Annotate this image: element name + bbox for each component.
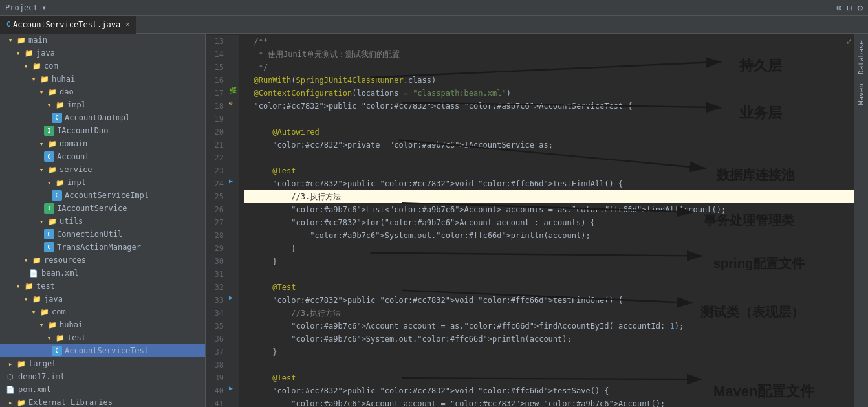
line-number-14: 14 [206,48,224,61]
tree-item-external-libraries[interactable]: ▸📁External Libraries [0,396,205,407]
tree-item-demo17.iml[interactable]: ⬡demo17.iml [0,370,205,383]
folder-icon: ▾ [5,35,16,45]
tree-item-impl[interactable]: ▾📁impl [0,98,205,111]
tree-label: IAccountDao [57,126,108,135]
tree-item-main[interactable]: ▾📁main [0,34,205,47]
gutter-27 [229,216,239,229]
code-lines[interactable]: /** * 使用Junit单元测试：测试我们的配置 */ @RunWith(Sp… [239,35,854,407]
code-line-32: @Test [244,281,854,294]
line-number-29: 29 [206,242,224,255]
line-number-18: 18 [206,100,224,113]
gutter-24: ▶ [229,177,239,190]
folder-icon: ▾ [21,255,31,265]
code-line-25: //3.执行方法 [244,190,854,203]
gutter-19 [229,113,239,126]
tree-item-domain[interactable]: ▾📁domain [0,137,205,150]
sidebar-maven-label[interactable]: Maven [855,80,867,109]
code-line-27: "color:#cc7832">for("color:#a9b7c6">Acco… [244,216,854,229]
tree-item-accountserviceimpl[interactable]: CAccountServiceImpl [0,189,205,202]
right-sidebar: Database Maven [854,34,868,407]
checkmark-icon: ✓ [846,35,852,47]
line-number-23: 23 [206,164,224,177]
folder-icon: ▾ [28,74,39,84]
tree-item-accountservicetest[interactable]: CAccountServiceTest [0,344,205,357]
tree-item-test[interactable]: ▾📁test [0,280,205,292]
tab-close-icon[interactable]: × [125,21,129,28]
tree-item-pom.xml[interactable]: 📄pom.xml [0,383,205,396]
code-line-16: @RunWith(SpringJUnit4ClassRunner.class) [244,74,854,87]
class-icon: C [44,229,54,239]
tab-filename: AccountServiceTest.java [13,20,120,29]
code-line-22 [244,151,854,164]
folder-icon: ▾ [21,294,31,304]
project-dropdown-icon[interactable]: ▾ [42,3,47,12]
tree-item-bean.xml[interactable]: 📄bean.xml [0,267,205,280]
line-number-33: 33 [206,294,224,307]
line-number-41: 41 [206,397,224,407]
tree-item-accountdaoimpl[interactable]: CAccountDaoImpl [0,111,205,124]
tree-item-huhai[interactable]: ▾📁huhai [0,72,205,85]
folder-icon: ▸ [5,358,16,369]
tab-class-icon: C [6,21,10,28]
tree-item-account[interactable]: CAccount [0,150,205,163]
tree-item-iaccountdao[interactable]: IIAccountDao [0,124,205,137]
tree-item-dao[interactable]: ▾📁dao [0,85,205,98]
tree-item-resources[interactable]: ▾📁resources [0,254,205,267]
settings-icon[interactable]: ⚙ [858,3,863,13]
gutter-16 [229,74,239,87]
tree-label: impl [67,178,86,187]
app-root: Project ▾ ⊕ ⊟ ⚙ C AccountServiceTest.jav… [0,0,868,407]
tree-label: test [67,333,86,342]
tab-accountservicetest[interactable]: C AccountServiceTest.java × [0,16,136,34]
add-icon[interactable]: ⊕ [836,3,841,13]
tree-label: AccountServiceImpl [65,191,149,200]
tree-item-utils[interactable]: ▾📁utils [0,215,205,228]
tree-label: bean.xml [41,269,79,278]
tree-label: utils [60,217,83,226]
line-number-27: 27 [206,216,224,229]
gutter-26 [229,203,239,216]
tree-label: test [36,281,55,291]
code-editor[interactable]: 1314151617181920212223242526272829303132… [206,34,854,407]
code-line-36: "color:#a9b7c6">System.out."color:#ffc66… [244,333,854,346]
line-number-31: 31 [206,268,224,281]
tree-item-iaccountservice[interactable]: IIAccountService [0,202,205,215]
top-toolbar: Project ▾ ⊕ ⊟ ⚙ [0,0,868,16]
line-number-24: 24 [206,177,224,190]
class-icon: C [44,151,54,162]
sidebar-database-label[interactable]: Database [855,36,867,78]
iml-icon: ⬡ [5,371,16,382]
folder-icon: ▾ [36,164,47,175]
interface-icon: I [44,126,54,136]
line-number-19: 19 [206,113,224,126]
tree-label: com [52,307,66,316]
tree-item-java[interactable]: ▾📁java [0,47,205,60]
line-numbers: 1314151617181920212223242526272829303132… [206,35,229,407]
line-number-26: 26 [206,203,224,216]
line-number-16: 16 [206,74,224,87]
tree-item-service[interactable]: ▾📁service [0,163,205,176]
tree-item-huhai[interactable]: ▾📁huhai [0,318,205,331]
tree-label: huhai [52,74,75,83]
tree-label: java [44,294,63,303]
class-icon: C [52,113,62,123]
line-number-13: 13 [206,35,224,48]
gutter-23 [229,164,239,177]
tree-label: java [36,49,55,58]
tree-item-test[interactable]: ▾📁test [0,331,205,344]
xml-icon: 📄 [28,268,39,278]
tree-item-target[interactable]: ▸📁target [0,357,205,370]
tree-item-connectionutil[interactable]: CConnectionUtil [0,228,205,241]
gutter-34 [229,307,239,320]
tree-item-impl[interactable]: ▾📁impl [0,176,205,189]
tree-item-com[interactable]: ▾📁com [0,60,205,72]
code-line-26: "color:#a9b7c6">List<"color:#a9b7c6">Acc… [244,203,854,216]
layout-icon[interactable]: ⊟ [847,3,852,13]
tree-item-transactionmanager[interactable]: CTransActionManager [0,241,205,254]
gutter-41 [229,397,239,407]
project-label: Project [5,3,38,12]
tree-item-com[interactable]: ▾📁com [0,305,205,318]
gutter-39 [229,371,239,384]
tree-label: demo17.iml [18,372,65,381]
tree-item-java[interactable]: ▾📁java [0,292,205,305]
